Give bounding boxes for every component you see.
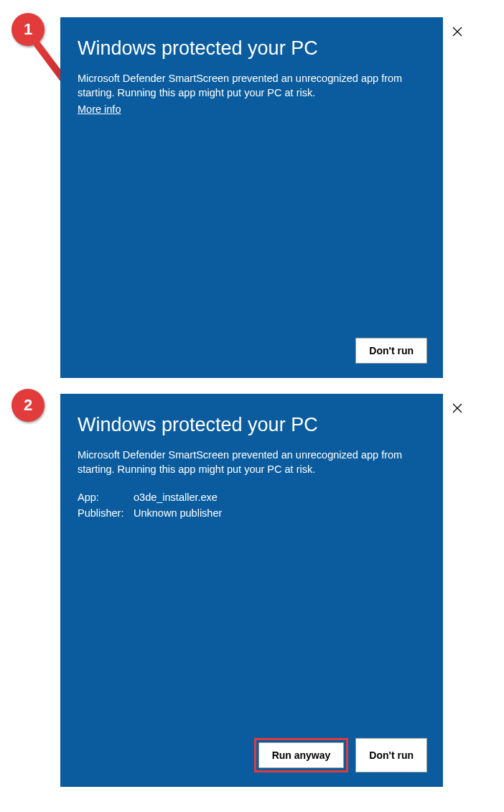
dialog-body: Microsoft Defender SmartScreen prevented… [60, 71, 443, 116]
publisher-value: Unknown publisher [134, 506, 222, 520]
close-button[interactable] [443, 17, 472, 46]
dialog-title: Windows protected your PC [60, 17, 443, 71]
close-icon [452, 27, 462, 37]
run-anyway-highlight: Run anyway [254, 738, 349, 772]
dont-run-button[interactable]: Don't run [355, 338, 427, 364]
dialog-message: Microsoft Defender SmartScreen prevented… [78, 71, 426, 101]
publisher-row: Publisher: Unknown publisher [78, 506, 426, 520]
app-value: o3de_installer.exe [134, 490, 218, 504]
app-label: App: [78, 490, 134, 504]
smartscreen-dialog-2: Windows protected your PC Microsoft Defe… [60, 394, 443, 787]
close-icon [452, 403, 462, 413]
step-number: 2 [24, 396, 32, 415]
step-number: 1 [24, 20, 32, 39]
more-info-link[interactable]: More info [78, 102, 121, 116]
button-row: Don't run [355, 338, 427, 364]
dont-run-button[interactable]: Don't run [355, 738, 427, 772]
close-button[interactable] [443, 394, 472, 423]
app-row: App: o3de_installer.exe [78, 490, 426, 504]
publisher-label: Publisher: [78, 506, 134, 520]
app-details: App: o3de_installer.exe Publisher: Unkno… [78, 490, 426, 521]
button-row: Run anyway Don't run [254, 738, 427, 772]
dialog-message: Microsoft Defender SmartScreen prevented… [78, 448, 426, 477]
dialog-title: Windows protected your PC [60, 394, 443, 448]
dialog-body: Microsoft Defender SmartScreen prevented… [60, 448, 443, 520]
step-badge-2: 2 [11, 389, 45, 422]
run-anyway-button[interactable]: Run anyway [258, 742, 345, 768]
smartscreen-dialog-1: Windows protected your PC Microsoft Defe… [60, 17, 443, 378]
